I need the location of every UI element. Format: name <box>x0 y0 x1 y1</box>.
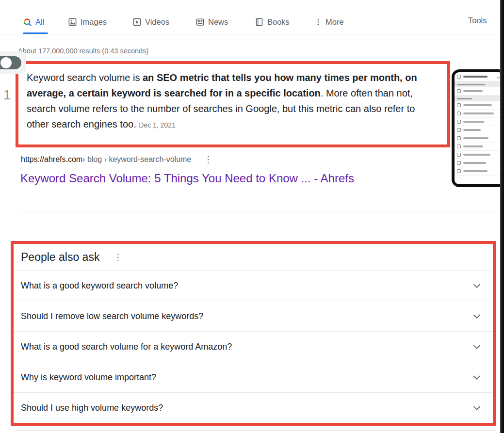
featured-snippet-annotation-box: Keyword search volume is an SEO metric t… <box>16 61 450 147</box>
chevron-down-icon <box>471 341 482 352</box>
thumbnail-list-row <box>455 143 503 151</box>
paa-question-row[interactable]: What is a good keyword search volume? <box>14 270 493 301</box>
thumbnail-section-bar <box>455 81 503 87</box>
people-also-ask-header: People also ask ⋮ <box>14 244 493 270</box>
paa-question-row[interactable]: Should I remove low search volume keywor… <box>14 301 493 331</box>
toggle-knob <box>0 57 12 68</box>
thumbnail-list-row <box>455 151 503 159</box>
tab-videos-label: Videos <box>145 17 169 27</box>
annotation-marker-number: 1 <box>3 88 11 103</box>
google-serp-page: All Images Videos <box>0 0 504 433</box>
thumbnail-text-bar <box>463 112 494 114</box>
result-url-domain[interactable]: https://ahrefs.com <box>21 155 82 164</box>
annotation-toggle-switch[interactable] <box>0 56 21 69</box>
thumbnail-text-bar <box>463 154 490 156</box>
tab-all[interactable]: All <box>23 15 44 29</box>
snippet-date: Dec 1, 2021 <box>139 121 176 129</box>
tab-more-label: More <box>325 17 344 27</box>
paa-question-text: Should I use high volume keywords? <box>21 403 163 413</box>
more-vertical-icon <box>314 17 322 27</box>
checkbox-icon <box>457 112 461 115</box>
result-url-row: https://ahrefs.com › blog › keyword-sear… <box>21 155 212 164</box>
thumbnail-text-bar <box>463 90 483 92</box>
thumbnail-text-bar <box>463 170 488 172</box>
checkbox-icon <box>457 75 461 79</box>
thumbnail-section-bar <box>455 96 503 101</box>
paa-question-text: What is a good search volume for a keywo… <box>21 342 232 352</box>
tab-news-label: News <box>208 17 228 27</box>
tab-images-label: Images <box>81 17 107 27</box>
thumbnail-list-row <box>455 159 503 167</box>
paa-question-text: Should I remove low search volume keywor… <box>21 311 203 321</box>
thumbnail-text-bar <box>463 137 488 139</box>
section-divider <box>16 430 496 431</box>
thumbnail-text-bar <box>463 145 483 147</box>
paa-kebab-menu-icon[interactable]: ⋮ <box>114 253 122 261</box>
checkbox-icon <box>457 161 461 165</box>
news-icon <box>195 17 205 27</box>
paa-question-text: What is a good keyword search volume? <box>21 281 178 291</box>
google-search-icon <box>23 17 32 27</box>
chevron-down-icon <box>471 280 482 291</box>
thumbnail-header-row <box>455 72 503 81</box>
thumbnail-text-bar <box>463 121 484 123</box>
tab-all-label: All <box>35 17 44 27</box>
checkbox-icon <box>457 169 461 173</box>
people-also-ask-title: People also ask <box>21 251 99 264</box>
thumbnail-list-row <box>455 126 503 134</box>
thumbnail-screen <box>455 72 503 184</box>
thumbnail-text-bar <box>457 98 472 99</box>
snippet-text-prefix: Keyword search volume is <box>27 72 143 83</box>
tab-images[interactable]: Images <box>68 15 107 29</box>
snippet-thumbnail-image[interactable] <box>452 69 504 187</box>
video-icon <box>132 17 142 27</box>
people-also-ask-annotation-box: People also ask ⋮ What is a good keyword… <box>11 241 496 426</box>
thumbnail-text-bar <box>463 129 481 131</box>
results-nav-bar: All Images Videos <box>0 0 504 35</box>
image-icon <box>68 17 77 27</box>
thumbnail-list-row <box>455 167 503 176</box>
result-stats: About 177,000,000 results (0.43 seconds) <box>18 47 148 55</box>
tab-books-label: Books <box>267 17 290 27</box>
chevron-down-icon <box>497 75 500 78</box>
tools-button[interactable]: Tools <box>468 16 487 25</box>
checkbox-icon <box>457 144 461 148</box>
book-icon <box>255 17 264 27</box>
thumbnail-list-row <box>455 110 503 118</box>
section-divider <box>19 211 500 211</box>
paa-question-row[interactable]: Should I use high volume keywords? <box>14 392 493 423</box>
tab-news[interactable]: News <box>195 15 228 29</box>
thumbnail-text-bar <box>463 76 488 78</box>
checkbox-icon <box>457 120 461 124</box>
thumbnail-list-row <box>455 118 503 126</box>
checkbox-icon <box>457 136 461 140</box>
checkbox-icon <box>457 128 461 132</box>
paa-question-row[interactable]: What is a good search volume for a keywo… <box>14 331 493 362</box>
thumbnail-text-bar <box>463 162 486 164</box>
checkbox-icon <box>457 153 461 157</box>
thumbnail-list-row <box>455 101 503 110</box>
result-title-link[interactable]: Keyword Search Volume: 5 Things You Need… <box>20 172 354 185</box>
chevron-down-icon <box>471 372 482 383</box>
checkbox-icon <box>457 103 461 107</box>
tab-videos[interactable]: Videos <box>132 15 169 29</box>
chevron-down-icon <box>471 311 482 321</box>
screen-edge-dark-strip <box>500 0 504 433</box>
thumbnail-text-bar <box>457 84 485 85</box>
featured-snippet-text: Keyword search volume is an SEO metric t… <box>27 70 418 133</box>
chevron-down-icon <box>471 402 482 413</box>
paa-question-row[interactable]: Why is keyword volume important? <box>14 362 493 392</box>
checkbox-icon <box>457 89 461 93</box>
nav-divider <box>0 34 504 34</box>
tab-books[interactable]: Books <box>255 15 290 29</box>
tab-more[interactable]: More <box>314 15 344 29</box>
thumbnail-list-row <box>455 134 503 143</box>
thumbnail-list-row <box>455 87 503 96</box>
result-kebab-menu-icon[interactable]: ⋮ <box>204 155 212 164</box>
result-url-path: › blog › keyword-search-volume <box>82 155 191 164</box>
paa-question-text: Why is keyword volume important? <box>21 372 156 383</box>
thumbnail-text-bar <box>463 104 492 106</box>
